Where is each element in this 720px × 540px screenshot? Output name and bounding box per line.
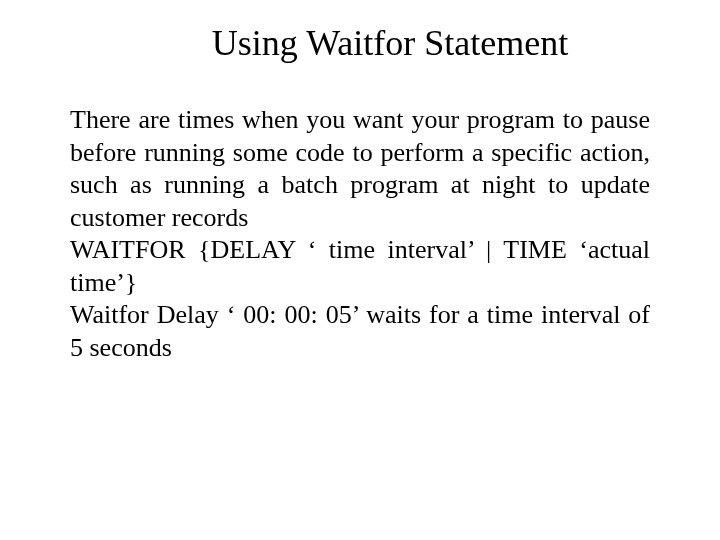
paragraph-syntax: WAITFOR {DELAY ‘ time interval’ | TIME ‘… bbox=[70, 234, 650, 299]
paragraph-intro: There are times when you want your progr… bbox=[70, 104, 650, 234]
slide-title: Using Waitfor Statement bbox=[70, 22, 650, 64]
slide: Using Waitfor Statement There are times … bbox=[0, 0, 720, 540]
slide-body: There are times when you want your progr… bbox=[70, 104, 650, 364]
paragraph-example: Waitfor Delay ‘ 00: 00: 05’ waits for a … bbox=[70, 299, 650, 364]
